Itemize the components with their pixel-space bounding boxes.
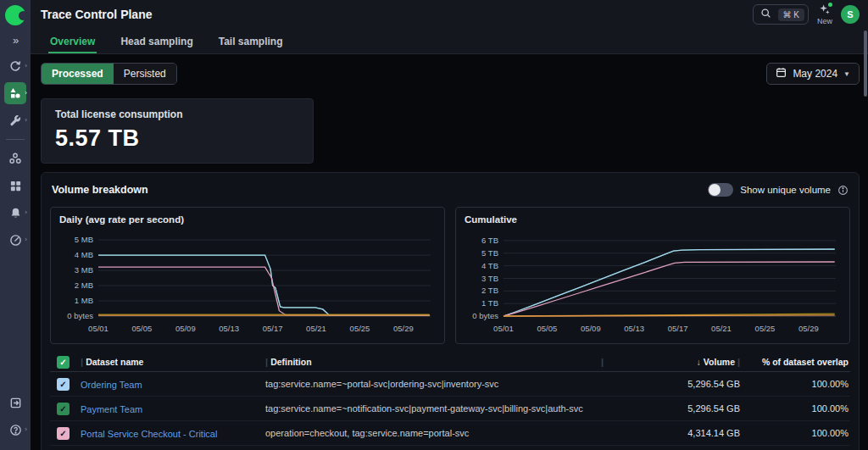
tab-head-sampling[interactable]: Head sampling xyxy=(119,29,194,53)
scrollbar-thumb[interactable] xyxy=(864,31,867,97)
select-all-checkbox[interactable]: ✓ xyxy=(57,356,70,369)
sidebar-item-help[interactable]: › xyxy=(4,419,26,441)
tab-bar: OverviewHead samplingTail sampling xyxy=(31,29,868,54)
tab-tail-sampling[interactable]: Tail sampling xyxy=(217,29,285,53)
svg-text:05/05: 05/05 xyxy=(132,324,153,333)
sidebar-divider xyxy=(6,139,25,140)
dataset-link[interactable]: Payment Team xyxy=(81,404,142,414)
whats-new-button[interactable]: New xyxy=(817,3,832,25)
main-column: Trace Control Plane ⌘ K xyxy=(31,0,868,450)
svg-text:05/09: 05/09 xyxy=(581,324,601,333)
sidebar-item-monitors[interactable]: › xyxy=(4,229,26,251)
topbar: Trace Control Plane ⌘ K xyxy=(31,0,868,29)
svg-text:05/05: 05/05 xyxy=(537,324,558,333)
svg-text:3 TB: 3 TB xyxy=(481,274,498,283)
search-input[interactable]: ⌘ K xyxy=(753,4,809,25)
dataset-volume: 4,314.14 GB xyxy=(615,428,740,438)
license-card-label: Total license consumption xyxy=(55,108,299,120)
new-label: New xyxy=(817,18,832,25)
svg-text:05/17: 05/17 xyxy=(668,324,688,333)
date-picker-label: May 2024 xyxy=(793,68,837,80)
dataset-table: ✓ | Dataset name | Definition | ↓Volume … xyxy=(50,353,850,450)
show-unique-volume-toggle[interactable] xyxy=(708,183,733,197)
sidebar-item-configure[interactable]: › xyxy=(4,109,26,131)
daily-chart-title: Daily (avg rate per second) xyxy=(59,214,437,225)
table-row: ✓unassigned196.03 GB0.00% xyxy=(50,446,850,450)
svg-text:05/01: 05/01 xyxy=(493,324,514,333)
svg-text:3 MB: 3 MB xyxy=(75,265,93,275)
gauge-icon xyxy=(9,234,22,247)
license-card-value: 5.57 TB xyxy=(55,125,299,152)
svg-text:2 TB: 2 TB xyxy=(481,286,498,295)
svg-text:6 TB: 6 TB xyxy=(481,236,498,245)
page-title: Trace Control Plane xyxy=(41,8,152,21)
daily-chart: 0 bytes1 MB2 MB3 MB4 MB5 MB05/0105/0505/… xyxy=(59,226,437,340)
cumulative-chart-title: Cumulative xyxy=(465,214,843,225)
content: ProcessedPersisted May 2024 ▼ Total lice… xyxy=(31,54,868,450)
sidebar-item-dashboards[interactable] xyxy=(4,175,26,197)
svg-text:05/17: 05/17 xyxy=(263,324,283,333)
row-checkbox[interactable]: ✓ xyxy=(57,378,70,391)
search-icon xyxy=(760,7,771,22)
avatar[interactable]: S xyxy=(841,5,860,24)
bell-icon xyxy=(9,207,22,219)
dataset-link[interactable]: Portal Service Checkout - Critical xyxy=(81,429,217,439)
table-row: ✓Portal Service Checkout - Criticalopera… xyxy=(50,421,850,446)
svg-text:0 bytes: 0 bytes xyxy=(67,311,93,320)
chevron-right-icon: › xyxy=(25,62,27,69)
date-picker-button[interactable]: May 2024 ▼ xyxy=(766,63,860,85)
column-dataset-name: | Dataset name xyxy=(81,357,265,367)
dataset-definition: tag:service.name=~portal-svc|ordering-sv… xyxy=(265,379,601,389)
chevron-right-icon: › xyxy=(25,208,27,216)
dataset-definition: tag:service.name=~notification-svc|payme… xyxy=(265,403,601,414)
svg-text:05/13: 05/13 xyxy=(624,324,644,333)
segment-persisted[interactable]: Persisted xyxy=(114,64,176,84)
svg-text:4 TB: 4 TB xyxy=(481,261,498,270)
svg-text:05/21: 05/21 xyxy=(306,324,326,333)
logout-icon xyxy=(9,397,22,409)
column-divider: | xyxy=(601,357,615,367)
sidebar-item-alerts[interactable]: › xyxy=(4,202,26,224)
row-checkbox[interactable]: ✓ xyxy=(57,403,70,415)
wrench-icon xyxy=(9,114,22,127)
dataset-link[interactable]: Ordering Team xyxy=(81,380,142,390)
svg-text:05/25: 05/25 xyxy=(350,324,370,333)
grid-icon xyxy=(9,180,22,192)
charts-row: Daily (avg rate per second) 0 bytes1 MB2… xyxy=(50,207,850,344)
dataset-definition: operation=checkout, tag:service.name=por… xyxy=(265,428,601,438)
svg-text:1 TB: 1 TB xyxy=(481,298,498,308)
chronosphere-logo-icon[interactable] xyxy=(5,5,25,25)
svg-text:05/01: 05/01 xyxy=(88,324,108,333)
row-checkbox[interactable]: ✓ xyxy=(57,427,70,440)
tab-overview[interactable]: Overview xyxy=(48,29,97,53)
cumulative-chart: 0 bytes1 TB2 TB3 TB4 TB5 TB6 TB05/0105/0… xyxy=(465,226,843,340)
sidebar-item-signout[interactable] xyxy=(4,392,26,414)
info-icon[interactable] xyxy=(837,185,849,196)
sidebar-item-explore[interactable]: › xyxy=(4,55,26,77)
column-definition: | Definition xyxy=(265,357,601,367)
sidebar-expand-icon[interactable]: » xyxy=(13,34,18,49)
chevron-right-icon: › xyxy=(25,425,27,433)
segment-processed[interactable]: Processed xyxy=(42,64,114,84)
calendar-icon xyxy=(776,67,787,81)
processed-persisted-toggle: ProcessedPersisted xyxy=(41,63,177,85)
volume-breakdown-card: Volume breakdown Show unique volume Dail… xyxy=(41,172,860,450)
column-volume[interactable]: ↓Volume | xyxy=(615,357,740,367)
controls-row: ProcessedPersisted May 2024 ▼ xyxy=(41,63,860,85)
svg-text:05/25: 05/25 xyxy=(755,324,776,333)
svg-text:05/29: 05/29 xyxy=(798,324,819,333)
help-icon xyxy=(9,424,22,436)
chevron-down-icon: ▼ xyxy=(843,70,850,78)
volume-breakdown-title: Volume breakdown xyxy=(52,184,148,196)
app-root: » › › › xyxy=(0,0,868,450)
dataset-volume: 5,296.54 GB xyxy=(615,379,740,389)
sidebar: » › › › xyxy=(0,0,31,450)
cluster-nodes-icon xyxy=(8,152,22,165)
show-unique-volume-label: Show unique volume xyxy=(740,185,831,195)
svg-text:05/13: 05/13 xyxy=(219,324,239,333)
column-overlap: % of dataset overlap xyxy=(740,357,849,367)
sidebar-item-services[interactable] xyxy=(4,147,26,169)
dataset-overlap: 100.00% xyxy=(740,403,849,414)
sidebar-item-control-plane[interactable]: › xyxy=(4,82,26,104)
svg-text:4 MB: 4 MB xyxy=(75,250,93,259)
